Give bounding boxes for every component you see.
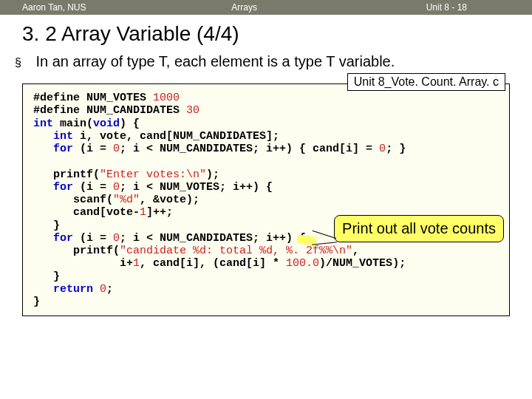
- slide-title: 3. 2 Array Variable (4/4): [0, 15, 532, 50]
- callout-text: Print out all vote counts: [334, 215, 504, 242]
- author-label: Aaron Tan, NUS: [0, 2, 128, 13]
- bullet-icon: §: [15, 53, 32, 69]
- callout: Print out all vote counts: [334, 215, 504, 242]
- code-area: Unit 8_Vote. Count. Array. c Print out a…: [22, 83, 510, 316]
- slide-header-bar: Aaron Tan, NUS Arrays Unit 8 - 18: [0, 0, 532, 15]
- topic-label: Arrays: [128, 2, 337, 13]
- code-box: #define NUM_VOTES 1000 #define NUM_CANDI…: [22, 83, 510, 316]
- filename-tag: Unit 8_Vote. Count. Array. c: [347, 73, 505, 91]
- page-label: Unit 8 - 18: [338, 2, 532, 13]
- bullet-text: In an array of type T, each element is a…: [35, 53, 508, 70]
